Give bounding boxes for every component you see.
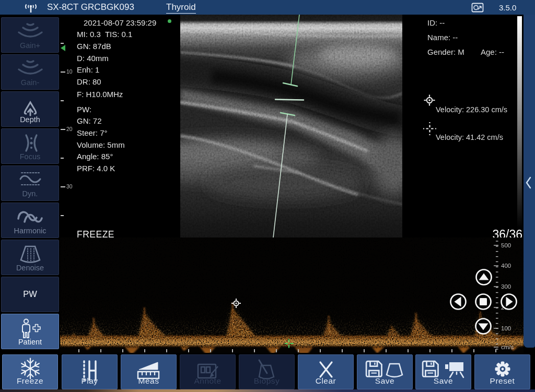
- svg-text:100: 100: [501, 325, 511, 331]
- svg-text:500: 500: [501, 242, 511, 248]
- svg-text:400: 400: [501, 263, 511, 269]
- svg-text:cm/s: cm/s: [501, 344, 514, 350]
- svg-text:300: 300: [501, 283, 511, 290]
